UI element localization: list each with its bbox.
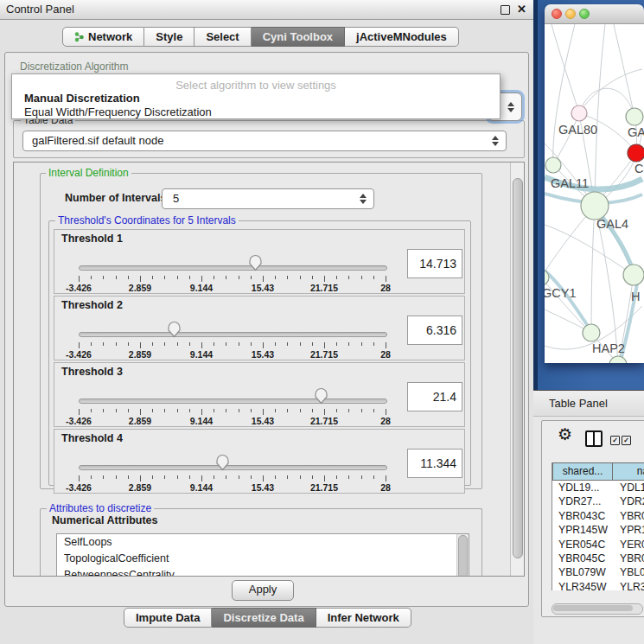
tab-style[interactable]: Style (144, 27, 194, 47)
cell-name[interactable]: YDL1 (613, 481, 644, 494)
screen: Control Panel ✕ Network Style Select Cyn… (0, 0, 644, 644)
cell-shared-name[interactable]: YPR145W (552, 523, 613, 537)
slider-tick-label: -3.426 (66, 482, 92, 493)
close-icon[interactable]: ✕ (517, 0, 526, 19)
threshold-value-field[interactable]: 14.713 (407, 249, 462, 278)
tab-infer-network[interactable]: Infer Network (316, 608, 411, 628)
zoom-traffic-light[interactable] (579, 9, 590, 19)
cell-name[interactable]: YLR3 (613, 580, 644, 590)
number-of-intervals-combobox[interactable]: 5 (162, 188, 374, 209)
table-row[interactable]: YLR345W YLR3 (552, 580, 644, 590)
slider-tick (103, 276, 104, 279)
threshold-value-field[interactable]: 6.316 (407, 316, 462, 345)
attribute-list-item[interactable]: TopologicalCoefficient (57, 551, 469, 567)
network-node[interactable] (545, 157, 561, 173)
table-row[interactable]: YBR045C YBR0 (552, 552, 644, 565)
network-node[interactable] (623, 265, 644, 285)
network-edge[interactable] (545, 225, 634, 275)
column-header-shared-name[interactable]: shared... (552, 462, 613, 481)
slider-tick (189, 409, 190, 412)
slider-tick (361, 342, 362, 346)
cell-name[interactable]: YDR2 (613, 494, 644, 508)
table-row[interactable]: YBR043C YBR0 (552, 509, 644, 523)
dropdown-item-equal-width-frequency[interactable]: Equal Width/Frequency Discretization (12, 105, 500, 119)
cell-name[interactable]: YBL0 (613, 565, 644, 579)
slider-handle[interactable] (167, 320, 182, 338)
attribute-list-item[interactable]: BetweennessCentrality (57, 567, 469, 577)
list-scrollbar-thumb[interactable] (458, 535, 468, 577)
table-data-combobox[interactable]: galFiltered.sif default node (22, 131, 507, 151)
table-row[interactable]: YDR27... YDR2 (552, 494, 644, 508)
cell-shared-name[interactable]: YBL079W (552, 565, 613, 579)
dropdown-item-manual-discretization[interactable]: Manual Discretization (12, 92, 500, 105)
cyni-toolbox-panel: Discretization Algorithm Select algorith… (4, 52, 529, 607)
tab-discretize-data[interactable]: Discretize Data (212, 608, 316, 628)
slider-tick (300, 409, 301, 412)
network-node[interactable] (581, 192, 609, 220)
attribute-list-item[interactable]: SelfLoops (57, 534, 469, 551)
network-edge[interactable] (595, 24, 605, 206)
cell-shared-name[interactable]: YDR27... (552, 494, 613, 508)
checkbox-icon[interactable]: ✓ (622, 436, 631, 445)
panel-scrollbar[interactable] (510, 163, 524, 576)
minimize-traffic-light[interactable] (565, 9, 576, 19)
table-row[interactable]: YER054C YER0 (552, 538, 644, 552)
cell-shared-name[interactable]: YBR045C (552, 552, 613, 565)
cell-name[interactable]: YBR0 (613, 509, 644, 523)
network-node[interactable] (626, 108, 643, 125)
cell-name[interactable]: YER0 (613, 538, 644, 552)
cell-shared-name[interactable]: YLR345W (552, 580, 613, 590)
tab-select[interactable]: Select (194, 27, 251, 47)
network-edge[interactable] (591, 206, 595, 333)
desktop-background: GAL80GACGAL11GAL4GCY1HHAP2 (533, 0, 644, 390)
tab-network[interactable]: Network (62, 27, 144, 47)
columns-icon[interactable] (585, 430, 603, 447)
network-edge[interactable] (553, 24, 575, 165)
network-window-titlebar[interactable] (545, 4, 644, 24)
network-node[interactable] (571, 105, 587, 121)
table-h-scrollbar[interactable] (552, 603, 643, 615)
table-row[interactable]: YPR145W YPR1 (552, 523, 644, 537)
close-traffic-light[interactable] (552, 9, 562, 19)
gear-icon[interactable]: ⚙ (558, 424, 572, 444)
slider-track[interactable] (79, 332, 387, 337)
numerical-attributes-list[interactable]: SelfLoopsTopologicalCoefficientBetweenne… (56, 533, 469, 577)
threshold-value-field[interactable]: 11.344 (407, 449, 462, 478)
slider-tick (324, 409, 325, 415)
tab-jactivemnodules[interactable]: jActiveMNodules (345, 27, 459, 47)
float-window-icon[interactable] (501, 5, 510, 15)
slider-track[interactable] (79, 399, 387, 404)
network-canvas[interactable]: GAL80GACGAL11GAL4GCY1HHAP2 (545, 24, 644, 363)
tab-label: jActiveMNodules (356, 28, 447, 46)
slider-tick (214, 475, 214, 479)
table-h-scrollbar-thumb[interactable] (553, 605, 633, 611)
slider-tick (386, 342, 386, 348)
slider-handle[interactable] (314, 386, 328, 405)
threshold-value-field[interactable]: 21.4 (407, 382, 462, 411)
tab-cyni-toolbox[interactable]: Cyni Toolbox (252, 27, 345, 47)
network-edge[interactable] (579, 69, 642, 113)
panel-scrollbar-thumb[interactable] (513, 178, 523, 558)
network-edge[interactable] (614, 24, 634, 117)
slider-track[interactable] (79, 465, 387, 470)
table-row[interactable]: YDL19... YDL1 (552, 481, 644, 494)
slider-handle[interactable] (215, 453, 230, 471)
apply-button[interactable]: Apply (232, 580, 294, 601)
list-scrollbar[interactable] (456, 534, 469, 577)
slider-handle[interactable] (248, 253, 263, 271)
network-node[interactable] (628, 144, 644, 162)
cell-name[interactable]: YPR1 (613, 523, 644, 537)
network-edge[interactable] (552, 24, 579, 113)
slider-track[interactable] (79, 265, 387, 271)
checkbox-icon[interactable]: ✓ (610, 436, 620, 445)
table-row[interactable]: YBL079W YBL0 (552, 565, 644, 579)
cell-shared-name[interactable]: YER054C (552, 538, 613, 552)
tab-impute-data[interactable]: Impute Data (124, 608, 212, 628)
network-node[interactable] (583, 324, 600, 341)
cell-name[interactable]: YBR0 (613, 552, 644, 565)
cell-shared-name[interactable]: YBR043C (552, 509, 613, 523)
table-panel: Table Panel ⚙ ✓ ✓ shared... na YDL19... … (533, 390, 644, 644)
column-header-name[interactable]: na (613, 462, 644, 481)
network-svg[interactable]: GAL80GACGAL11GAL4GCY1HHAP2 (545, 24, 644, 363)
cell-shared-name[interactable]: YDL19... (552, 481, 613, 494)
